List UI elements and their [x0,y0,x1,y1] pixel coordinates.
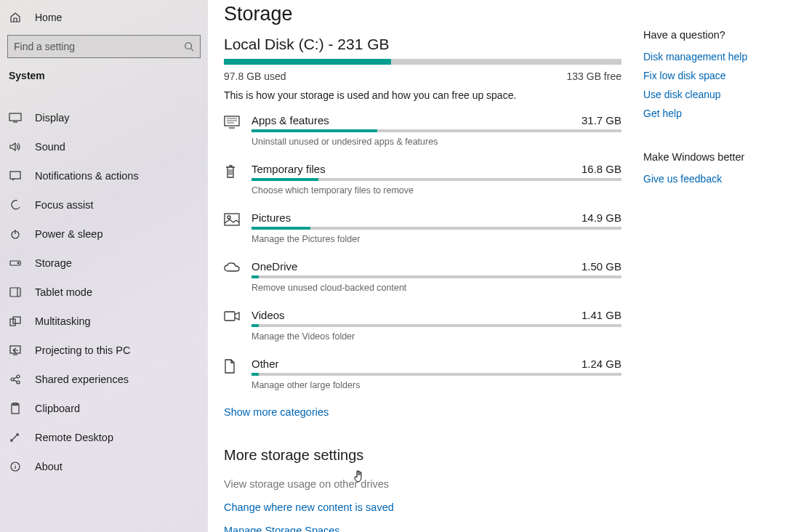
category-bar [251,227,621,230]
nav-list: Display Sound Notifications & actions Fo… [0,103,208,481]
have-question-heading: Have a question? [643,29,778,41]
category-icon [224,260,241,293]
nav-tablet-mode[interactable]: Tablet mode [0,278,208,307]
nav-power-sleep[interactable]: Power & sleep [0,219,208,249]
free-label: 133 GB free [567,70,622,82]
disk-title: Local Disk (C:) - 231 GB [224,36,621,53]
category-size: 1.24 GB [581,358,621,370]
nav-label: Focus assist [35,199,94,211]
storage-category[interactable]: Other1.24 GBManage other large folders [224,358,621,390]
page-title: Storage [224,3,621,25]
category-name: Other [251,358,279,370]
help-link[interactable]: Disk management help [643,51,778,63]
category-icon [224,163,241,196]
category-bar [251,373,621,376]
nav-label: Notifications & actions [35,170,139,182]
category-subtext: Manage other large folders [251,380,621,390]
category-icon [224,309,241,342]
change-where-saved-link[interactable]: Change where new content is saved [224,501,621,513]
category-size: 31.7 GB [581,114,621,126]
category-name: Pictures [251,211,291,224]
svg-rect-2 [10,172,20,179]
shared-icon [9,374,22,384]
category-name: Temporary files [251,163,326,175]
view-other-drives-link[interactable]: View storage usage on other drives [224,478,621,490]
nav-about[interactable]: About [0,452,208,481]
category-bar-fill [251,227,310,230]
category-subtext: Manage the Pictures folder [251,234,621,244]
category-bar [251,178,621,181]
remote-desktop-icon [9,432,22,443]
help-link[interactable]: Fix low disk space [643,70,778,81]
nav-label: About [35,461,63,472]
nav-notifications[interactable]: Notifications & actions [0,161,208,190]
display-icon [9,113,22,123]
storage-category[interactable]: Videos1.41 GBManage the Videos folder [224,309,621,342]
sound-icon [9,142,22,152]
svg-point-12 [17,381,20,384]
storage-category[interactable]: Apps & features31.7 GBUninstall unused o… [224,114,621,147]
svg-rect-8 [13,317,20,323]
category-bar-fill [251,373,259,376]
category-size: 1.50 GB [581,260,621,273]
help-link[interactable]: Get help [643,108,778,119]
nav-clipboard[interactable]: Clipboard [0,394,208,423]
svg-point-0 [185,43,192,49]
nav-focus-assist[interactable]: Focus assist [0,190,208,219]
category-name: OneDrive [251,260,297,273]
category-icon [224,114,241,147]
svg-point-11 [17,375,20,378]
nav-label: Storage [35,257,72,269]
category-size: 14.9 GB [581,211,621,224]
make-better-heading: Make Windows better [643,151,778,163]
nav-sound[interactable]: Sound [0,132,208,161]
nav-label: Display [35,112,70,124]
category-subtext: Choose which temporary files to remove [251,185,621,196]
category-bar-fill [251,275,259,278]
settings-sidebar: Home System Display Sound Notifications … [0,0,208,532]
search-box[interactable] [7,35,201,58]
storage-category[interactable]: OneDrive1.50 GBRemove unused cloud-backe… [224,260,621,293]
category-size: 16.8 GB [581,163,621,175]
tablet-icon [9,287,22,297]
notifications-icon [9,171,22,181]
nav-shared-experiences[interactable]: Shared experiences [0,365,208,394]
show-more-categories-link[interactable]: Show more categories [224,406,621,418]
help-link[interactable]: Use disk cleanup [643,89,778,100]
nav-display[interactable]: Display [0,103,208,132]
svg-point-18 [228,216,230,219]
nav-remote-desktop[interactable]: Remote Desktop [0,423,208,452]
category-bar [251,275,621,278]
search-input[interactable] [14,41,184,52]
main-content: Storage Local Disk (C:) - 231 GB 97.8 GB… [208,0,643,532]
category-subtext: Uninstall unused or undesired apps & fea… [251,137,621,147]
disk-usage-bar [224,59,621,65]
category-bar-fill [251,178,318,181]
storage-category[interactable]: Temporary files16.8 GBChoose which tempo… [224,163,621,196]
nav-projecting[interactable]: Projecting to this PC [0,336,208,365]
svg-rect-16 [225,116,239,126]
nav-label: Projecting to this PC [35,344,130,356]
section-label: System [0,70,208,103]
category-icon [224,358,241,390]
category-subtext: Remove unused cloud-backed content [251,283,621,293]
storage-description: This is how your storage is used and how… [224,89,621,101]
nav-label: Remote Desktop [35,432,113,443]
manage-storage-spaces-link[interactable]: Manage Storage Spaces [224,525,621,532]
give-feedback-link[interactable]: Give us feedback [643,173,778,185]
category-subtext: Manage the Videos folder [251,331,621,342]
help-panel: Have a question? Disk management helpFix… [643,0,785,532]
svg-rect-1 [9,113,21,121]
nav-label: Sound [35,141,65,153]
svg-point-5 [17,262,19,264]
category-icon [224,211,241,244]
search-icon [184,41,194,52]
svg-rect-6 [10,288,20,297]
clipboard-icon [9,403,22,414]
multitasking-icon [9,316,22,326]
storage-category[interactable]: Pictures14.9 GBManage the Pictures folde… [224,211,621,244]
home-nav[interactable]: Home [0,7,208,35]
projecting-icon [9,345,22,355]
nav-storage[interactable]: Storage [0,249,208,278]
nav-multitasking[interactable]: Multitasking [0,307,208,336]
